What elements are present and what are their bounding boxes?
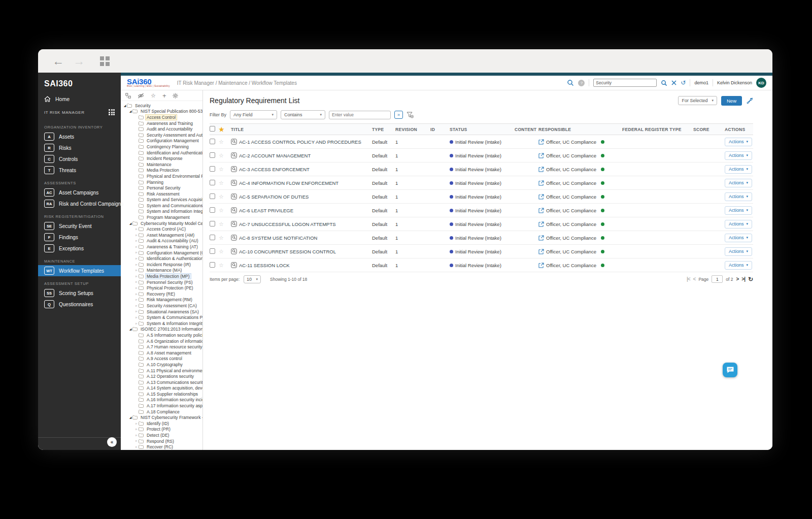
tree-item[interactable]: System & Information Integrity (SI) (121, 320, 202, 327)
tree-item[interactable]: Recovery (RE) (121, 291, 202, 297)
tree-expand-icon[interactable] (134, 234, 139, 237)
row-star-icon[interactable]: ☆ (219, 221, 224, 227)
favorite-star-icon[interactable]: ☆ (151, 93, 156, 99)
tree-expand-icon[interactable] (134, 269, 139, 272)
external-link-icon[interactable] (538, 235, 544, 241)
tree-item[interactable]: Protect (PR) (121, 427, 202, 433)
row-star-icon[interactable]: ☆ (219, 139, 224, 145)
row-checkbox[interactable] (210, 235, 215, 240)
row-star-icon[interactable]: ☆ (219, 193, 224, 200)
row-checkbox[interactable] (210, 166, 215, 172)
avatar[interactable]: KD (756, 78, 766, 88)
column-title[interactable]: TITLE (231, 124, 372, 135)
column-content[interactable]: CONTENT (515, 124, 538, 135)
tree-expand-icon[interactable] (134, 422, 139, 426)
tree-item[interactable]: Contingency Planning (121, 144, 202, 150)
row-checkbox[interactable] (210, 139, 215, 144)
tree-item[interactable]: A.15 Supplier relationships (121, 391, 202, 397)
sidebar-item-workflow-templates[interactable]: WT Workflow Templates (38, 265, 121, 276)
preview-icon[interactable] (231, 262, 237, 268)
tree-expand-icon[interactable] (128, 328, 132, 331)
preview-icon[interactable] (231, 180, 237, 186)
external-link-icon[interactable] (538, 194, 544, 200)
preview-icon[interactable] (231, 139, 237, 145)
tree-item[interactable]: Identify (ID) (121, 420, 202, 427)
tree-expand-icon[interactable] (134, 434, 139, 437)
tree-item[interactable]: Media Protection (MP) (121, 273, 202, 279)
table-row[interactable]: ☆ AC-2 ACCOUNT MA (210, 149, 753, 163)
tree-item[interactable]: Security Assessment (CA) (121, 303, 202, 309)
row-title[interactable]: AC-7 UNSUCCESSFUL LOGON ATTEMPTS (239, 221, 336, 227)
row-title[interactable]: AC-8 SYSTEM USE NOTIFICATION (239, 235, 317, 241)
tree-item[interactable]: Maintenance (MA) (121, 268, 202, 274)
user-name[interactable]: Kelvin Dickenson (717, 80, 752, 85)
tree-expand-icon[interactable] (123, 104, 127, 107)
page-input[interactable] (712, 275, 723, 283)
tree-expand-icon[interactable] (134, 251, 139, 254)
tree-item[interactable]: A.5 Information security policies (121, 332, 202, 338)
tree-item[interactable]: A.18 Compliance (121, 409, 202, 415)
items-per-page-select[interactable]: 10 ▾ (244, 275, 261, 283)
tree-item[interactable]: Respond (RS) (121, 438, 202, 444)
column-id[interactable]: ID (430, 124, 450, 135)
tree-item[interactable]: Situational Awareness (SA) (121, 309, 202, 315)
apps-grid-icon[interactable] (100, 56, 110, 66)
tree-expand-icon[interactable] (134, 445, 139, 449)
row-star-icon[interactable]: ☆ (219, 262, 224, 268)
row-actions-button[interactable]: Actions ▾ (725, 220, 752, 229)
tree-expand-icon[interactable] (128, 222, 132, 225)
tree-item[interactable]: A.7 Human resource security (121, 344, 202, 350)
tree-item[interactable]: A.11 Physical and environmental security (121, 368, 202, 374)
sidebar-item-assets[interactable]: A Assets (38, 131, 121, 142)
column-federal-register-type[interactable]: FEDERAL REGISTER TYPE (622, 124, 693, 135)
row-star-icon[interactable]: ☆ (219, 166, 224, 172)
tree-expand-icon[interactable] (134, 298, 139, 302)
row-actions-button[interactable]: Actions ▾ (725, 261, 752, 270)
tree-item[interactable]: System & Communications Protection (SC) (121, 314, 202, 320)
tree-item[interactable]: Detect (DE) (121, 432, 202, 438)
clear-search-icon[interactable] (671, 80, 676, 85)
preview-icon[interactable] (231, 235, 237, 241)
row-checkbox[interactable] (210, 262, 215, 268)
row-star-icon[interactable]: ☆ (219, 152, 224, 158)
tree-expand-icon[interactable] (134, 257, 139, 261)
next-page-icon[interactable]: > (736, 276, 738, 282)
preview-icon[interactable] (231, 193, 237, 200)
row-checkbox[interactable] (210, 152, 215, 158)
row-checkbox[interactable] (210, 248, 215, 254)
column-revision[interactable]: REVISION (395, 124, 430, 135)
hide-eye-icon[interactable] (138, 93, 144, 99)
tree-expand-icon[interactable] (134, 280, 139, 284)
table-row[interactable]: ☆ AC-11 SESSION L (210, 258, 753, 272)
tree-item[interactable]: Planning (121, 179, 202, 185)
row-actions-button[interactable]: Actions ▾ (725, 192, 752, 201)
tree-item[interactable]: Identification and Authentication (121, 150, 202, 156)
sidebar-item-scoring-setups[interactable]: SS Scoring Setups (38, 287, 121, 299)
tree-expand-icon[interactable] (128, 416, 132, 419)
tree-item[interactable]: Incident Response (IR) (121, 262, 202, 268)
table-row[interactable]: ☆ AC-5 SEPARATION (210, 190, 753, 204)
tree-item[interactable]: ISO/IEC 27001:2013 Information technolog… (121, 327, 202, 333)
tree-item[interactable]: Incident Response (121, 155, 202, 161)
filter-funnel-icon[interactable] (407, 112, 414, 118)
tree-item[interactable]: Awareness & Training (AT) (121, 244, 202, 250)
hierarchy-icon[interactable] (125, 93, 131, 99)
tree-expand-icon[interactable] (134, 275, 139, 278)
sidebar-item-risks[interactable]: R Risks (38, 142, 121, 153)
tree-item[interactable]: Physical and Environmental Protection (121, 173, 202, 179)
filter-operator-select[interactable]: Contains ▾ (281, 110, 325, 119)
filter-expand-button[interactable]: » (394, 111, 403, 119)
tree-expand-icon[interactable] (134, 245, 139, 249)
column-actions[interactable]: ACTIONS (725, 124, 753, 135)
tree-expand-icon[interactable] (134, 239, 139, 243)
column-score[interactable]: SCORE (693, 124, 725, 135)
tree-item[interactable]: Risk Management (RM) (121, 297, 202, 303)
filter-field-select[interactable]: Any Field ▾ (230, 110, 277, 119)
row-checkbox[interactable] (210, 180, 215, 185)
tree-item[interactable]: Program Management (121, 214, 202, 220)
table-row[interactable]: ☆ AC-1 ACCESS CON (210, 135, 753, 149)
table-row[interactable]: ☆ AC-4 INFORMATIO (210, 176, 753, 190)
sidebar-item-exceptions[interactable]: E Exceptions (38, 243, 121, 254)
tree-expand-icon[interactable] (134, 316, 139, 319)
first-page-icon[interactable]: |< (687, 276, 690, 282)
